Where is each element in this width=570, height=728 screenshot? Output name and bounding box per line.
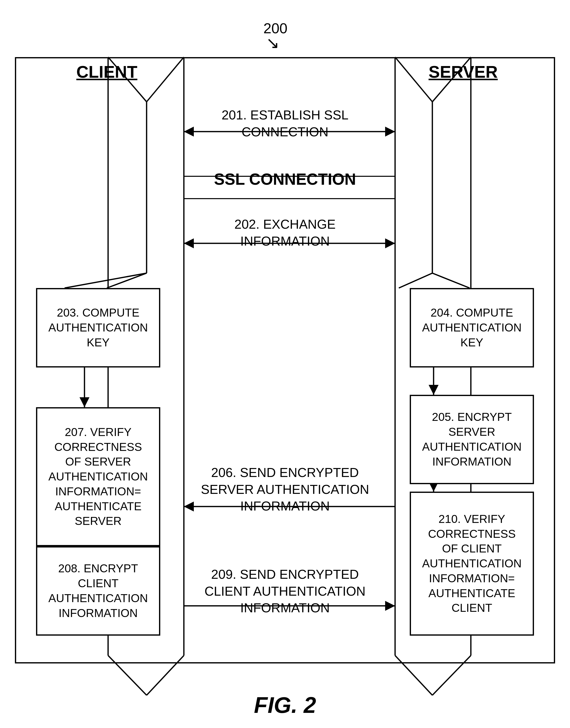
col-server-header: SERVER: [391, 62, 535, 81]
step-210-box: 210. VERIFY CORRECTNESS OF CLIENT AUTHEN…: [410, 492, 534, 636]
diagram-arrow-indicator: ↙: [266, 34, 280, 52]
step-208-box: 208. ENCRYPT CLIENT AUTHENTICATION INFOR…: [36, 546, 160, 636]
step-207-box: 207. VERIFY CORRECTNESS OF SERVER AUTHEN…: [36, 407, 160, 546]
step-201-label: 201. ESTABLISH SSL CONNECTION: [211, 107, 359, 140]
step-206-label: 206. SEND ENCRYPTED SERVER AUTHENTICATIO…: [198, 464, 372, 515]
step-209-label: 209. SEND ENCRYPTED CLIENT AUTHENTICATIO…: [198, 566, 372, 617]
fig-label: FIG. 2: [254, 693, 316, 718]
step-203-box: 203. COMPUTE AUTHENTICATION KEY: [36, 288, 160, 368]
step-204-box: 204. COMPUTE AUTHENTICATION KEY: [410, 288, 534, 368]
ssl-connection-label: SSL CONNECTION: [198, 170, 372, 188]
step-202-label: 202. EXCHANGE INFORMATION: [211, 216, 359, 249]
step-205-box: 205. ENCRYPT SERVER AUTHENTICATION INFOR…: [410, 395, 534, 484]
col-client-header: CLIENT: [35, 62, 179, 81]
diagram-container: 200 ↙ CLIENT SERVER: [15, 20, 555, 698]
